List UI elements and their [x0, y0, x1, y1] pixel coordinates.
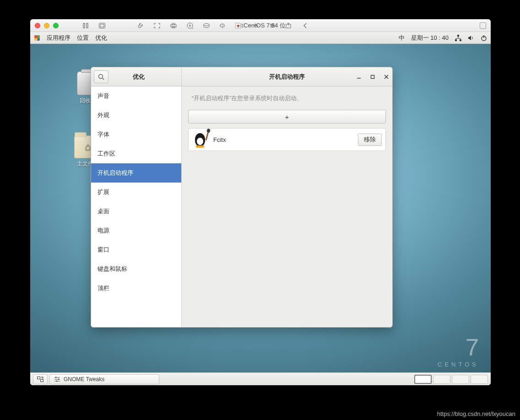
close-button[interactable]	[383, 74, 390, 80]
menu-places[interactable]: 位置	[77, 34, 89, 42]
sidebar-item-extensions[interactable]: 扩展	[91, 183, 181, 202]
centos-watermark: 7 CENTOS	[438, 334, 479, 368]
svg-line-22	[103, 78, 104, 80]
minimize-icon[interactable]	[44, 23, 49, 28]
svg-rect-16	[457, 35, 459, 37]
taskbar-app-label: GNOME Tweaks	[64, 376, 104, 382]
tweaks-sidebar: 优化 声音 外观 字体 工作区 开机启动程序 扩展 桌面 电源 窗口 键盘和鼠标…	[91, 67, 182, 327]
sidebar-item-appearance[interactable]: 外观	[91, 106, 181, 125]
remove-button[interactable]: 移除	[358, 134, 382, 146]
activities-icon[interactable]	[34, 35, 40, 41]
window-mode-icon[interactable]	[480, 22, 486, 29]
mac-titlebar: ◆ CentOS 7 64 位	[30, 19, 491, 32]
search-button[interactable]	[94, 70, 108, 83]
volume-icon[interactable]	[468, 35, 474, 41]
ime-indicator[interactable]: 中	[399, 34, 405, 42]
maximize-button[interactable]	[369, 74, 376, 80]
power-icon[interactable]	[481, 35, 487, 41]
tweaks-content: “开机启动程序”在您登录系统时自动启动。 + Fcitx 移除	[182, 86, 392, 327]
sidebar-item-sound[interactable]: 声音	[91, 86, 181, 106]
window-controls	[356, 74, 390, 80]
watermark: https://blog.csdn.net/lxyoucan	[437, 410, 515, 417]
sidebar-item-fonts[interactable]: 字体	[91, 125, 181, 144]
tweaks-window: 优化 声音 外观 字体 工作区 开机启动程序 扩展 桌面 电源 窗口 键盘和鼠标…	[91, 67, 393, 328]
tweaks-main: 开机启动程序 “开机启动程序”在您登录系统时自动启动。 +	[182, 67, 392, 327]
network-icon[interactable]	[455, 35, 461, 41]
svg-rect-3	[100, 24, 104, 27]
svg-point-30	[58, 378, 60, 380]
sidebar-list: 声音 外观 字体 工作区 开机启动程序 扩展 桌面 电源 窗口 键盘和鼠标 顶栏	[91, 86, 181, 327]
sidebar-item-keyboard-mouse[interactable]: 键盘和鼠标	[91, 259, 181, 279]
svg-point-31	[56, 380, 58, 382]
workspace-1[interactable]	[414, 375, 432, 384]
startup-item-name: Fcitx	[213, 136, 353, 143]
tweaks-sidebar-header: 优化	[91, 67, 181, 86]
svg-point-7	[187, 23, 193, 28]
workspace-4[interactable]	[471, 375, 488, 384]
sound-icon[interactable]	[219, 22, 227, 30]
menu-tweaks[interactable]: 优化	[95, 34, 107, 42]
svg-rect-28	[41, 379, 43, 382]
mac-vm-window: ◆ CentOS 7 64 位 应用程序 位置 优化 中 星期一 10 : 40…	[30, 19, 491, 385]
svg-rect-18	[460, 39, 461, 41]
svg-rect-5	[172, 23, 175, 25]
sidebar-item-workspaces[interactable]: 工作区	[91, 144, 181, 163]
svg-point-29	[55, 377, 57, 378]
taskbar-app-tweaks[interactable]: GNOME Tweaks	[49, 374, 159, 384]
svg-point-8	[190, 25, 191, 26]
tweaks-app-icon	[54, 377, 61, 382]
main-title: 开机启动程序	[269, 73, 305, 81]
svg-rect-0	[83, 23, 85, 28]
desktop[interactable]: 回收站 ⌂ 主文件夹 7 CENTOS 优化 声音	[30, 44, 491, 372]
workspace-indicator	[414, 375, 488, 384]
svg-rect-1	[87, 23, 88, 28]
menu-applications[interactable]: 应用程序	[47, 34, 70, 42]
disk-icon[interactable]	[186, 22, 194, 30]
workspace-2[interactable]	[433, 375, 450, 384]
maximize-icon[interactable]	[53, 23, 59, 28]
printer-icon[interactable]	[169, 22, 178, 30]
svg-rect-2	[99, 23, 105, 28]
svg-point-10	[204, 23, 209, 26]
gnome-topbar: 应用程序 位置 优化 中 星期一 10 : 40	[30, 32, 491, 44]
gnome-taskbar: GNOME Tweaks	[30, 372, 491, 385]
svg-rect-27	[38, 377, 40, 379]
home-icon: ⌂	[85, 141, 91, 153]
sidebar-title: 优化	[113, 73, 164, 81]
show-desktop-button[interactable]	[33, 374, 48, 384]
clock[interactable]: 星期一 10 : 40	[411, 34, 449, 42]
close-icon[interactable]	[35, 23, 40, 28]
traffic-lights	[35, 23, 59, 28]
workspace-3[interactable]	[452, 375, 469, 384]
back-icon[interactable]	[301, 22, 309, 30]
svg-line-9	[192, 28, 193, 29]
sidebar-item-startup[interactable]: 开机启动程序	[91, 163, 181, 183]
snapshot-icon[interactable]	[98, 22, 106, 30]
pause-icon[interactable]	[81, 22, 90, 30]
fcitx-icon	[192, 131, 209, 148]
sidebar-item-power[interactable]: 电源	[91, 221, 181, 240]
svg-point-21	[99, 74, 103, 78]
sidebar-item-windows[interactable]: 窗口	[91, 240, 181, 259]
tweaks-main-header: 开机启动程序	[182, 67, 392, 86]
sidebar-item-topbar[interactable]: 顶栏	[91, 279, 181, 298]
minimize-button[interactable]	[356, 74, 362, 80]
vm-title: ◆ CentOS 7 64 位	[235, 22, 286, 30]
wrench-icon[interactable]	[136, 22, 145, 30]
svg-rect-24	[371, 75, 374, 78]
fullscreen-icon[interactable]	[153, 22, 161, 30]
svg-rect-17	[455, 39, 457, 41]
share-icon[interactable]	[285, 22, 293, 30]
add-startup-button[interactable]: +	[188, 110, 386, 124]
drive-icon[interactable]	[202, 22, 211, 30]
hint-text: “开机启动程序”在您登录系统时自动启动。	[188, 95, 386, 102]
sidebar-item-desktop[interactable]: 桌面	[91, 202, 181, 221]
startup-item: Fcitx 移除	[188, 128, 386, 151]
centos-badge-icon: ◆	[235, 23, 241, 28]
